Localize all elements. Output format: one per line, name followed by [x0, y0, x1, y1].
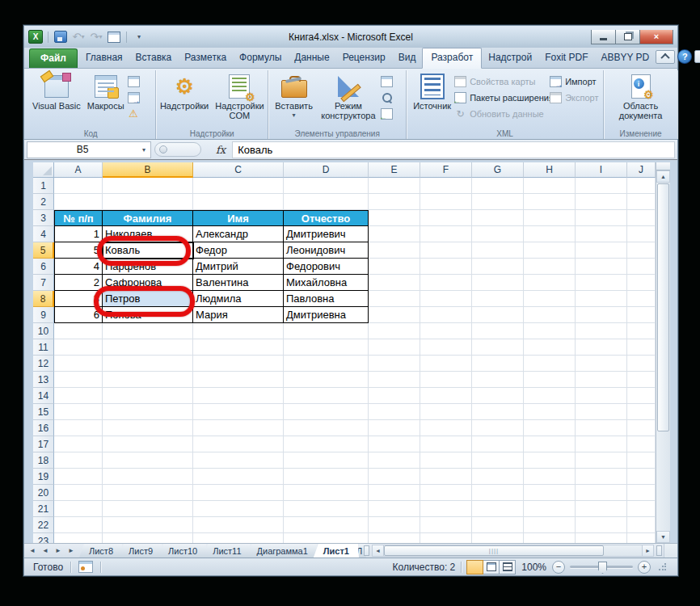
scroll-left-button[interactable]: ◄ — [372, 545, 384, 557]
zoom-out-button[interactable]: − — [552, 561, 565, 574]
cell-J16[interactable] — [627, 420, 656, 436]
cell-I10[interactable] — [576, 323, 627, 339]
cell-I18[interactable] — [576, 452, 627, 469]
cell-J14[interactable] — [627, 388, 656, 404]
row-header-8[interactable]: 8 — [33, 291, 54, 307]
cell-E18[interactable] — [369, 452, 420, 469]
cell-F6[interactable] — [420, 259, 472, 275]
sheet-tab-Лист9[interactable]: Лист9 — [119, 544, 162, 558]
cell-E2[interactable] — [369, 194, 420, 210]
customize-qat-button[interactable]: ▾ — [132, 30, 146, 44]
cell-F19[interactable] — [420, 469, 472, 485]
cell-I6[interactable] — [576, 259, 627, 275]
cell-I22[interactable] — [576, 517, 627, 533]
horizontal-scrollbar[interactable]: ◄ |||| ► — [372, 545, 654, 557]
import-button[interactable]: Импорт — [550, 74, 600, 89]
cell-E11[interactable] — [369, 339, 420, 356]
cell-B10[interactable] — [103, 323, 193, 339]
sheet-tab-Лист11[interactable]: Лист11 — [203, 544, 251, 558]
cell-D20[interactable] — [284, 485, 369, 501]
cell-G5[interactable] — [472, 242, 524, 259]
tab-ABBYY PD[interactable]: ABBYY PD — [594, 48, 656, 68]
undo-button[interactable]: ↶▾ — [71, 30, 86, 44]
visual-basic-button[interactable]: Visual Basic — [29, 72, 84, 112]
cell-C7[interactable]: Валентина — [193, 275, 284, 291]
cell-C1[interactable] — [193, 178, 284, 194]
row-header-23[interactable]: 23 — [33, 533, 54, 543]
cell-G7[interactable] — [472, 275, 524, 291]
cell-H17[interactable] — [524, 436, 576, 452]
formula-bar-splitter[interactable] — [154, 142, 201, 157]
cell-F18[interactable] — [420, 452, 472, 469]
cell-B6[interactable]: Парфенов — [103, 259, 193, 275]
cell-D23[interactable] — [284, 533, 369, 543]
cell-J3[interactable] — [627, 210, 656, 226]
cell-G16[interactable] — [472, 420, 524, 436]
cell-D18[interactable] — [284, 452, 369, 469]
cell-D1[interactable] — [284, 178, 369, 194]
tab-Главная[interactable]: Главная — [79, 48, 129, 68]
cell-H5[interactable] — [524, 242, 576, 259]
cell-B11[interactable] — [103, 339, 193, 356]
row-header-5[interactable]: 5 — [33, 242, 54, 259]
cell-E15[interactable] — [369, 404, 420, 420]
workbook-minimize-button[interactable] — [694, 50, 700, 63]
cell-E23[interactable] — [369, 533, 420, 543]
chevron-down-icon[interactable]: ▾ — [137, 142, 150, 158]
cell-C18[interactable] — [193, 452, 284, 469]
sheet-tab-Диаграмма1[interactable]: Диаграмма1 — [247, 544, 318, 558]
cell-H7[interactable] — [524, 275, 576, 291]
cell-G17[interactable] — [472, 436, 524, 452]
cell-B4[interactable]: Николаев — [103, 226, 193, 242]
tab-splitter[interactable] — [364, 545, 369, 556]
scrollbar-splitter[interactable] — [656, 545, 662, 556]
cell-D13[interactable] — [284, 372, 369, 388]
cell-H20[interactable] — [524, 485, 576, 501]
cell-I9[interactable] — [576, 307, 627, 323]
tab-Надстрой[interactable]: Надстрой — [482, 48, 538, 68]
cell-F4[interactable] — [420, 226, 472, 242]
normal-view-button[interactable] — [466, 560, 483, 574]
cell-B16[interactable] — [103, 420, 193, 436]
help-button[interactable]: ? — [677, 49, 692, 64]
cell-H16[interactable] — [524, 420, 576, 436]
cell-J18[interactable] — [627, 452, 656, 469]
cell-F20[interactable] — [420, 485, 472, 501]
cell-H1[interactable] — [524, 178, 576, 194]
cell-J15[interactable] — [627, 404, 656, 420]
cell-H21[interactable] — [524, 501, 576, 517]
cell-E19[interactable] — [369, 469, 420, 485]
cell-H11[interactable] — [524, 339, 576, 356]
xml-source-button[interactable]: Источник — [410, 72, 454, 112]
com-addins-button[interactable]: ⚙ Надстройки COM — [212, 72, 267, 122]
cell-C13[interactable] — [193, 372, 284, 388]
scroll-down-button[interactable]: ▼ — [656, 531, 670, 543]
cell-A7[interactable]: 2 — [54, 275, 103, 291]
cell-B18[interactable] — [103, 452, 193, 469]
column-header-F[interactable]: F — [420, 162, 472, 178]
row-header-16[interactable]: 16 — [33, 420, 54, 436]
cell-B12[interactable] — [103, 356, 193, 372]
cell-C23[interactable] — [193, 533, 284, 543]
cell-B14[interactable] — [103, 388, 193, 404]
cell-A22[interactable] — [54, 517, 103, 533]
column-header-I[interactable]: I — [576, 162, 627, 178]
cell-J20[interactable] — [627, 485, 656, 501]
cell-F22[interactable] — [420, 517, 472, 533]
cell-B19[interactable] — [103, 469, 193, 485]
column-header-G[interactable]: G — [472, 162, 524, 178]
cell-J6[interactable] — [627, 259, 656, 275]
row-header-1[interactable]: 1 — [33, 178, 54, 194]
horizontal-scroll-track[interactable]: |||| — [384, 545, 642, 557]
redo-button[interactable]: ↷▾ — [89, 30, 103, 44]
cell-B9[interactable]: Попова — [103, 307, 193, 323]
cell-C22[interactable] — [193, 517, 284, 533]
cell-I1[interactable] — [576, 178, 627, 194]
scroll-right-button[interactable]: ► — [642, 545, 654, 557]
cell-H22[interactable] — [524, 517, 576, 533]
cell-A5[interactable]: 5 — [54, 242, 103, 259]
sheet-tab-Лист10[interactable]: Лист10 — [158, 544, 207, 558]
tab-Данные[interactable]: Данные — [288, 48, 335, 68]
cell-A15[interactable] — [54, 404, 103, 420]
cell-C16[interactable] — [193, 420, 284, 436]
